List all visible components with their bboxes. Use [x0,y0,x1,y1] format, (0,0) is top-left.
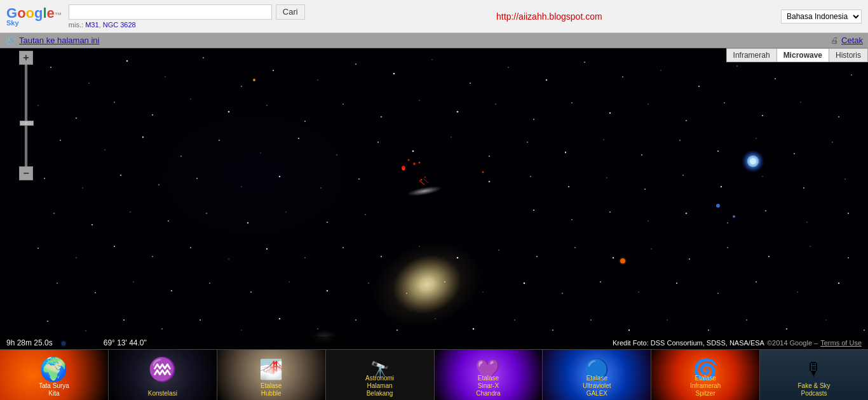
svg-point-119 [613,257,614,258]
svg-point-55 [412,150,414,152]
svg-point-127 [95,292,96,293]
svg-point-108 [190,247,191,248]
svg-point-155 [355,319,356,321]
svg-point-73 [279,176,280,177]
svg-point-168 [864,330,865,331]
svg-point-32 [342,103,344,105]
svg-point-86 [53,213,55,214]
svg-point-50 [219,140,220,141]
thumb-solar-system[interactable]: 🌍 Tata SuryaKita [0,350,109,400]
svg-point-88 [130,211,131,213]
thumb-hubble-icon: 🌁 [259,358,283,380]
svg-point-186 [421,179,423,181]
svg-point-39 [609,112,611,114]
zoom-in-button[interactable]: + [19,51,33,65]
svg-point-124 [810,246,810,246]
svg-point-17 [622,76,623,77]
svg-point-61 [641,154,642,156]
search-hint-ngc[interactable]: NGC 3628 [103,21,136,29]
svg-point-128 [133,281,134,283]
svg-point-65 [794,153,795,154]
svg-point-4 [126,60,128,62]
svg-point-170 [419,162,421,164]
svg-point-178 [747,156,759,167]
svg-point-14 [508,67,509,68]
svg-point-60 [603,139,604,140]
svg-point-118 [574,247,576,248]
language-selector[interactable]: Bahasa Indonesia English [781,10,862,23]
thumb-spitzer[interactable]: 🌀 EtalaseInframerahSpitzer [651,350,760,400]
toolbar-bar: 🔗 Tautan ke halaman ini 🖨 Cetak [0,33,868,48]
svg-point-3 [88,83,90,84]
svg-point-48 [142,137,144,138]
sky-map[interactable] [0,48,868,349]
svg-point-56 [451,137,452,138]
svg-point-41 [686,120,687,121]
cetak-link[interactable]: Cetak [841,36,863,45]
svg-point-148 [85,330,86,331]
thumb-astronomy[interactable]: 🔭 AstronomiHalamanBelakang [326,350,435,400]
search-input[interactable] [69,4,272,20]
tab-inframerah[interactable]: Inframerah [726,48,776,62]
svg-point-164 [708,330,709,331]
search-button[interactable]: Cari [276,4,305,20]
thumb-constell-label: Konstelasi [148,390,177,397]
svg-point-45 [838,116,839,117]
terms-of-use-link[interactable]: Terms of Use [820,339,862,347]
svg-point-8 [273,70,274,71]
svg-point-97 [609,211,611,213]
thumb-hubble[interactable]: 🌁 EtalaseHubble [217,350,326,400]
coordinates-bar: 9h 28m 25.0s 69° 13' 44.0" Kredit Foto: … [0,337,868,349]
zoom-track[interactable] [25,65,27,166]
svg-point-133 [327,290,328,291]
tab-microwave[interactable]: Microwave [776,48,829,62]
search-hint-m31[interactable]: M31 [85,21,98,29]
thumb-galex-label: EtalaseUltravioletGALEX [583,375,611,397]
svg-point-18 [660,70,661,70]
svg-point-76 [489,181,491,183]
svg-point-104 [37,248,39,249]
svg-point-80 [644,189,646,190]
thumb-astro-label: AstronomiHalamanBelakang [365,375,394,397]
right-ascension: 9h 28m 25.0s [6,338,53,347]
svg-point-179 [716,204,720,208]
svg-point-193 [253,79,255,81]
svg-point-107 [152,256,153,257]
svg-point-84 [803,187,804,189]
svg-point-74 [320,187,322,189]
zoom-out-button[interactable]: − [19,166,33,180]
thumb-chandra[interactable]: 💜 EtalaseSinar-XChandra [435,350,543,400]
svg-point-9 [317,79,318,81]
svg-point-21 [775,78,776,79]
svg-point-71 [196,178,198,179]
svg-point-192 [408,159,410,161]
svg-point-12 [431,59,432,60]
svg-point-85 [844,178,846,180]
svg-point-63 [717,150,719,152]
thumb-podcasts[interactable]: 🎙 Fake & SkyPodcasts [760,350,868,400]
sky-label: Sky [6,19,19,27]
tautan-link[interactable]: Tautan ke halaman ini [19,36,99,45]
svg-point-37 [533,119,534,120]
thumb-galex[interactable]: 🔵 EtalaseUltravioletGALEX [543,350,651,400]
svg-point-111 [304,257,306,258]
svg-point-2 [50,67,51,68]
svg-point-134 [368,283,369,284]
svg-point-165 [746,319,747,321]
svg-point-30 [266,105,268,106]
tab-historis[interactable]: Historis [829,48,868,62]
svg-point-31 [304,121,306,122]
svg-point-152 [241,330,241,330]
svg-point-68 [82,187,83,189]
search-hint: mis.: M31, NGC 3628 [69,21,136,29]
svg-point-79 [606,177,607,178]
svg-point-26 [114,102,115,103]
svg-point-103 [848,213,849,214]
svg-point-190 [402,166,405,170]
thumb-constellations[interactable]: ♒ Konstelasi [109,350,217,400]
svg-point-150 [161,328,163,330]
search-hint-prefix: mis.: [69,21,83,29]
svg-point-110 [266,248,268,250]
zoom-thumb[interactable] [20,121,34,126]
svg-point-140 [600,281,601,283]
